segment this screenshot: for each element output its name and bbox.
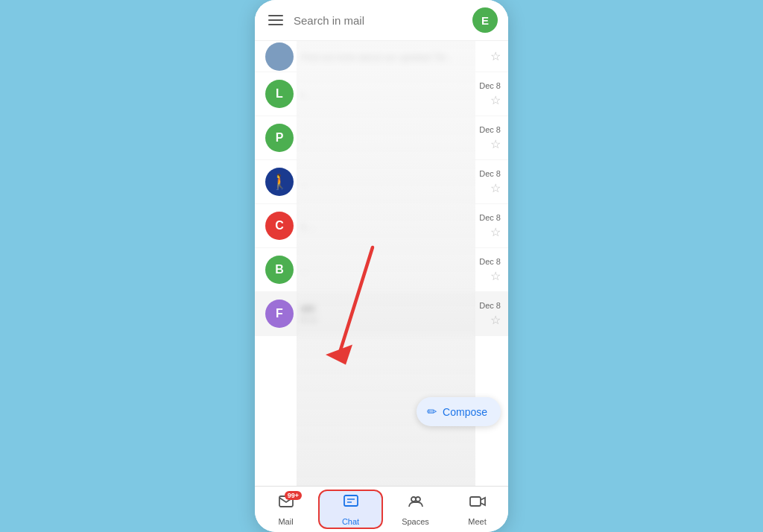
mail-badge: 99+	[285, 491, 302, 500]
star-icon[interactable]: ☆	[490, 49, 501, 63]
email-preview: i...	[301, 89, 472, 100]
email-content: ...	[301, 176, 472, 188]
star-icon[interactable]: ☆	[490, 225, 501, 239]
nav-item-spaces[interactable]: Spaces	[384, 487, 446, 532]
spaces-icon	[407, 493, 425, 515]
svg-point-7	[416, 497, 420, 501]
email-content: am R N	[301, 303, 472, 326]
email-content: i...	[301, 88, 472, 100]
email-content: Find out more about our updated Ter...	[301, 51, 483, 63]
list-item[interactable]: Find out more about our updated Ter... ☆	[255, 41, 508, 72]
star-icon[interactable]: ☆	[490, 93, 501, 107]
email-preview: s ...	[301, 221, 472, 232]
email-date: Dec 8	[479, 213, 501, 222]
email-meta: Dec 8 ☆	[479, 125, 501, 151]
email-meta: Dec 8 ☆	[479, 213, 501, 239]
email-preview: Find out more about our updated Ter...	[301, 52, 483, 63]
email-date: Dec 8	[479, 125, 501, 134]
compose-label: Compose	[443, 406, 487, 418]
email-preview: ...	[301, 177, 472, 188]
email-meta: Dec 8 ☆	[479, 81, 501, 107]
email-preview: ...	[301, 265, 472, 276]
search-input[interactable]	[294, 14, 465, 27]
email-meta: Dec 8 ☆	[479, 301, 501, 327]
email-meta: Dec 8 ☆	[479, 169, 501, 195]
nav-label-mail: Mail	[278, 517, 293, 526]
avatar	[265, 42, 294, 71]
bottom-nav: 99+ Mail Chat Spaces	[255, 486, 508, 532]
meet-icon	[469, 493, 487, 515]
email-list: Find out more about our updated Ter... ☆…	[255, 41, 508, 486]
nav-label-spaces: Spaces	[402, 517, 429, 526]
nav-item-chat[interactable]: Chat	[318, 490, 383, 529]
pencil-icon: ✏	[427, 405, 437, 419]
email-content: ...	[301, 264, 472, 276]
svg-marker-1	[326, 345, 352, 365]
chat-icon	[342, 493, 360, 515]
email-preview: R N	[301, 315, 472, 326]
avatar: B	[265, 256, 294, 284]
compose-button[interactable]: ✏ Compose	[417, 397, 501, 426]
email-date: Dec 8	[479, 169, 501, 178]
email-date: Dec 8	[479, 257, 501, 266]
avatar: L	[265, 80, 294, 108]
avatar: F	[265, 300, 294, 328]
nav-item-mail[interactable]: 99+ Mail	[255, 487, 317, 532]
email-meta: Dec 8 ☆	[479, 257, 501, 283]
list-item[interactable]: C s ... Dec 8 ☆	[255, 204, 508, 248]
email-meta: ☆	[490, 49, 501, 63]
star-icon[interactable]: ☆	[490, 137, 501, 151]
email-preview: ..	[301, 133, 472, 144]
star-icon[interactable]: ☆	[490, 313, 501, 327]
list-item[interactable]: B ... Dec 8 ☆	[255, 248, 508, 292]
avatar: P	[265, 124, 294, 152]
email-date: Dec 8	[479, 81, 501, 90]
svg-point-6	[411, 497, 416, 501]
list-item[interactable]: 🚶 ... Dec 8 ☆	[255, 160, 508, 204]
menu-button[interactable]	[265, 12, 286, 28]
list-item[interactable]: F am R N Dec 8 ☆	[255, 292, 508, 336]
nav-item-meet[interactable]: Meet	[446, 487, 508, 532]
email-content: s ...	[301, 220, 472, 232]
svg-rect-3	[344, 495, 358, 506]
star-icon[interactable]: ☆	[490, 269, 501, 283]
email-content: ..	[301, 132, 472, 144]
header: E	[255, 0, 508, 41]
star-icon[interactable]: ☆	[490, 181, 501, 195]
list-item[interactable]: P .. Dec 8 ☆	[255, 116, 508, 160]
email-date: Dec 8	[479, 301, 501, 310]
nav-label-meet: Meet	[468, 517, 486, 526]
email-sender: am	[301, 303, 472, 314]
avatar: 🚶	[265, 168, 294, 196]
phone-frame: E Find out more about our updated Ter...…	[255, 0, 508, 532]
svg-rect-8	[470, 497, 481, 506]
list-item[interactable]: L i... Dec 8 ☆	[255, 72, 508, 116]
nav-label-chat: Chat	[342, 517, 359, 526]
avatar: C	[265, 212, 294, 240]
user-avatar[interactable]: E	[472, 7, 498, 33]
